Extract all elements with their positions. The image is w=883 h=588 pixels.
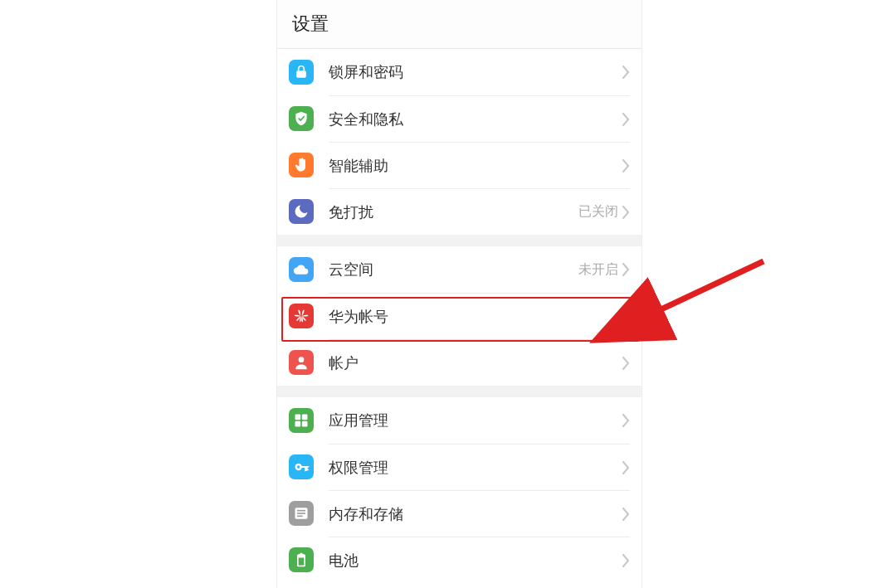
row-label: 智能辅助 [329,156,622,176]
settings-row-permissions[interactable]: 权限管理 [277,444,642,490]
chevron-right-icon [622,159,630,173]
row-content: 内存和存储 [329,490,630,537]
shield-check-icon [289,106,314,131]
row-label: 帐户 [329,353,622,373]
section: 云空间未开启华为帐号-帐户 [277,246,642,386]
moon-icon [289,199,314,224]
chevron-right-icon [622,310,630,323]
svg-rect-2 [295,415,301,420]
settings-row-dnd[interactable]: 免打扰已关闭 [277,188,642,235]
row-content: 免打扰已关闭 [329,188,630,235]
settings-row-lockscreen[interactable]: 锁屏和密码 [277,49,642,95]
row-label: 权限管理 [329,458,622,478]
row-content: 帐户 [329,339,630,386]
phone-frame: 设置 锁屏和密码安全和隐私智能辅助免打扰已关闭云空间未开启华为帐号-帐户应用管理… [276,0,642,588]
storage-icon [289,501,314,526]
header: 设置 [277,0,642,49]
row-value: 已关闭 [578,203,618,221]
svg-rect-11 [297,516,303,518]
row-content: 云空间未开启 [329,246,630,293]
chevron-right-icon [622,263,630,276]
row-label: 安全和隐私 [329,109,622,129]
settings-list: 锁屏和密码安全和隐私智能辅助免打扰已关闭云空间未开启华为帐号-帐户应用管理权限管… [277,49,642,583]
settings-row-security[interactable]: 安全和隐私 [277,95,642,142]
row-content: 安全和隐私 [329,95,630,142]
apps-icon [289,408,314,433]
person-icon [289,350,314,375]
svg-rect-0 [296,70,306,77]
svg-rect-14 [299,558,305,566]
section-gap [277,386,642,397]
svg-rect-13 [300,553,302,556]
svg-line-15 [652,261,763,313]
section-gap [277,235,642,246]
row-content: 权限管理 [329,444,630,490]
svg-rect-10 [297,513,305,514]
row-label: 锁屏和密码 [329,62,622,82]
chevron-right-icon [622,554,630,567]
chevron-right-icon [622,206,630,219]
row-label: 应用管理 [329,411,622,430]
key-icon [289,454,314,479]
settings-row-huawei-id[interactable]: 华为帐号- [277,293,642,339]
chevron-right-icon [622,66,630,79]
row-label: 云空间 [329,260,578,279]
svg-rect-3 [302,415,308,420]
row-content: 华为帐号- [329,293,630,339]
battery-icon [289,547,314,572]
lock-icon [289,60,314,85]
svg-point-7 [297,465,300,468]
chevron-right-icon [622,508,630,521]
row-value: - [614,309,618,324]
row-value: 未开启 [578,261,618,279]
huawei-icon [289,304,314,328]
settings-row-accounts[interactable]: 帐户 [277,339,642,386]
settings-row-app-mgmt[interactable]: 应用管理 [277,397,642,444]
section: 锁屏和密码安全和隐私智能辅助免打扰已关闭 [277,49,642,235]
page-title: 设置 [292,12,329,36]
settings-row-cloud[interactable]: 云空间未开启 [277,246,642,293]
chevron-right-icon [622,414,630,427]
chevron-right-icon [622,357,630,370]
row-label: 电池 [329,551,622,571]
settings-row-storage[interactable]: 内存和存储 [277,490,642,537]
row-content: 智能辅助 [329,142,630,188]
svg-rect-4 [295,421,301,427]
row-content: 电池 [329,537,630,583]
row-content: 锁屏和密码 [329,49,630,95]
row-label: 免打扰 [329,202,578,222]
chevron-right-icon [622,113,630,126]
settings-row-smart-assist[interactable]: 智能辅助 [277,142,642,188]
svg-rect-5 [302,421,308,427]
row-label: 内存和存储 [329,504,622,524]
section: 应用管理权限管理内存和存储电池 [277,397,642,583]
svg-rect-9 [297,510,305,512]
row-content: 应用管理 [329,397,630,444]
row-label: 华为帐号 [329,307,614,327]
chevron-right-icon [622,461,630,474]
hand-icon [289,153,314,177]
cloud-icon [289,257,314,282]
settings-row-battery[interactable]: 电池 [277,537,642,583]
svg-point-1 [299,357,305,362]
